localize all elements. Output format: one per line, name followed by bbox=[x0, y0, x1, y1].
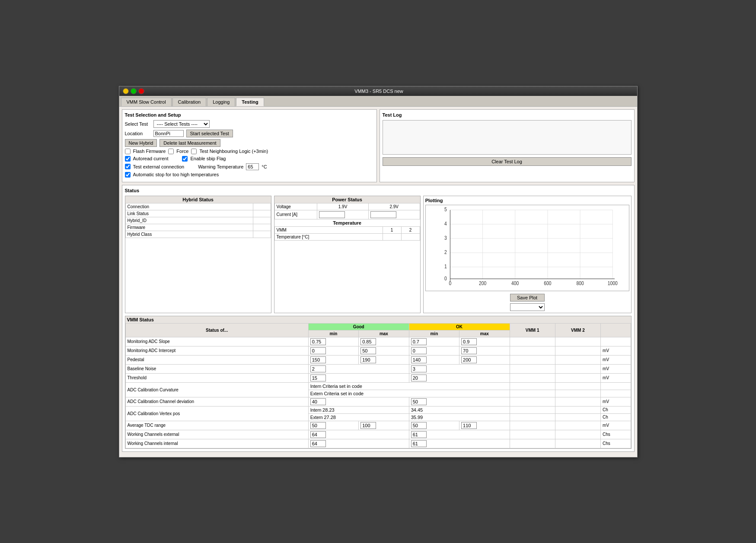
plot-area: 5 4 3 2 1 0 0 200 400 600 800 1 bbox=[425, 205, 629, 291]
test-setup-section: Test Selection and Setup Select Test ---… bbox=[122, 109, 377, 182]
test-log-textarea[interactable] bbox=[383, 120, 632, 155]
avg-tdc-label: Average TDC range bbox=[125, 421, 308, 430]
svg-text:3: 3 bbox=[444, 235, 447, 241]
adc-slope-v2min bbox=[409, 337, 459, 346]
adc-slope-v1max bbox=[359, 337, 409, 346]
vmm-1-label: 1 bbox=[383, 226, 401, 233]
automatic-stop-checkbox[interactable] bbox=[125, 172, 131, 178]
current-2v9-input[interactable] bbox=[370, 211, 396, 218]
close-button[interactable] bbox=[138, 88, 144, 94]
svg-text:800: 800 bbox=[576, 280, 584, 286]
location-label: Location bbox=[125, 131, 151, 136]
good-header: Good bbox=[308, 323, 409, 330]
svg-text:5: 5 bbox=[444, 206, 447, 212]
save-plot-button[interactable]: Save Plot bbox=[510, 294, 545, 302]
warning-temp-label: Warning Temperature bbox=[198, 164, 243, 169]
table-row: Working Channels external Chs bbox=[125, 430, 631, 439]
plot-format-dropdown[interactable] bbox=[510, 303, 545, 311]
hybrid-buttons-row: New Hybrid Delete last Measurement bbox=[125, 139, 374, 147]
link-status-value bbox=[253, 210, 271, 217]
table-row: Pedestal mV bbox=[125, 355, 631, 364]
temp-1-value bbox=[383, 233, 401, 240]
temp-unit: °C bbox=[262, 164, 267, 169]
delete-last-measurement-button[interactable]: Delete last Measurement bbox=[159, 139, 220, 147]
voltage-1v9: 1.9V bbox=[317, 203, 369, 210]
firmware-label: Firmware bbox=[125, 224, 253, 231]
location-input[interactable] bbox=[153, 130, 184, 137]
autoread-row: Autoread current Enable sbip Flag bbox=[125, 156, 374, 162]
adc-slope-v2max bbox=[459, 337, 510, 346]
vmm2-max-header: max bbox=[459, 330, 510, 337]
hybrid-class-value bbox=[253, 231, 271, 238]
table-row: ADC Calibration Channel deviation mV bbox=[125, 397, 631, 406]
clear-test-log-button[interactable]: Clear Test Log bbox=[383, 157, 632, 166]
power-status-table: Voltage 1.9V 2.9V Current [A] bbox=[274, 203, 420, 219]
vmm-status-table: Status of... Good OK VMM 1 VMM 2 min max… bbox=[125, 323, 631, 448]
tab-vmm-slow-control[interactable]: VMM Slow Control bbox=[121, 98, 172, 106]
top-row: Test Selection and Setup Select Test ---… bbox=[122, 109, 635, 185]
adc-slope-unit bbox=[601, 337, 631, 346]
table-row: Link Status bbox=[125, 210, 271, 217]
tab-calibration[interactable]: Calibration bbox=[172, 98, 207, 106]
tab-testing[interactable]: Testing bbox=[236, 98, 264, 106]
new-hybrid-button[interactable]: New Hybrid bbox=[125, 139, 157, 147]
window-title: VMM3 - SR5 DCS new bbox=[144, 89, 614, 94]
automatic-stop-row: Automatic stop for too high temperatures bbox=[125, 172, 374, 178]
table-row: Hybrid Class bbox=[125, 231, 271, 238]
table-row: VMM 1 2 bbox=[274, 226, 420, 233]
test-external-checkbox[interactable] bbox=[125, 164, 131, 169]
table-row: Threshold mV bbox=[125, 373, 631, 382]
vmm-header-row: Status of... Good OK VMM 1 VMM 2 bbox=[125, 323, 631, 330]
hybrid-status-panel: Hybrid Status Connection Link Status Hyb… bbox=[125, 196, 271, 313]
enable-sbip-label: Enable sbip Flag bbox=[190, 156, 226, 161]
adc-cal-curvature-label: ADC Calibration Curvature bbox=[125, 382, 308, 397]
svg-text:1000: 1000 bbox=[607, 280, 617, 286]
table-row: ADC Calibration Curvature Intern Criteri… bbox=[125, 382, 631, 390]
save-plot-area: Save Plot bbox=[425, 294, 629, 311]
firmware-row: Flash Firmware Force Test Neighbouring L… bbox=[125, 149, 374, 154]
enable-sbip-checkbox[interactable] bbox=[182, 156, 188, 162]
voltage-2v9: 2.9V bbox=[368, 203, 420, 210]
status-section: Status Hybrid Status Connection Link Sta… bbox=[122, 185, 635, 452]
status-title: Status bbox=[125, 188, 632, 193]
hybrid-id-label: Hybrid_ID bbox=[125, 217, 253, 224]
working-channels-ext-label: Working Channels external bbox=[125, 430, 308, 439]
maximize-button[interactable] bbox=[131, 88, 137, 94]
flash-firmware-checkbox[interactable] bbox=[125, 149, 131, 154]
tab-logging[interactable]: Logging bbox=[207, 98, 235, 106]
minimize-button[interactable] bbox=[123, 88, 129, 94]
svg-text:200: 200 bbox=[479, 280, 486, 286]
current-label: Current [A] bbox=[274, 210, 317, 219]
ok-header: OK bbox=[409, 323, 510, 330]
test-log-section: Test Log Clear Test Log bbox=[380, 109, 635, 182]
hybrid-status-title: Hybrid Status bbox=[125, 196, 271, 203]
titlebar-buttons bbox=[123, 88, 144, 94]
autoread-current-label: Autoread current bbox=[133, 156, 169, 161]
table-row: Connection bbox=[125, 203, 271, 210]
test-neighbour-checkbox[interactable] bbox=[191, 149, 197, 154]
adc-slope-vmm2 bbox=[555, 337, 600, 346]
current-1v9-input[interactable] bbox=[319, 211, 345, 218]
plotting-panel: Plotting bbox=[423, 196, 632, 313]
adc-slope-v1min bbox=[308, 337, 358, 346]
table-row: Baseline Noise mV bbox=[125, 364, 631, 373]
vmm1-header: VMM 1 bbox=[510, 323, 555, 337]
select-tests-dropdown[interactable]: ---- Select Tests ---- bbox=[153, 120, 210, 128]
svg-text:0: 0 bbox=[449, 280, 451, 286]
warning-temp-input[interactable] bbox=[246, 163, 259, 170]
working-channels-int-label: Working Channels internal bbox=[125, 439, 308, 448]
autoread-current-checkbox[interactable] bbox=[125, 156, 131, 162]
adc-slope-vmm1 bbox=[510, 337, 555, 346]
tab-bar: VMM Slow Control Calibration Logging Tes… bbox=[119, 96, 637, 107]
test-log-title: Test Log bbox=[383, 112, 632, 117]
adc-cal-channel-label: ADC Calibration Channel deviation bbox=[125, 397, 308, 406]
voltage-label: Voltage bbox=[274, 203, 317, 210]
temperature-title: Temperature bbox=[274, 219, 420, 226]
start-selected-test-button[interactable]: Start selected Test bbox=[186, 130, 233, 137]
main-content: Test Selection and Setup Select Test ---… bbox=[119, 107, 637, 457]
table-row: Voltage 1.9V 2.9V bbox=[274, 203, 420, 210]
vmm-2-label: 2 bbox=[401, 226, 420, 233]
test-neighbour-label: Test Neighbouring Logic (+3min) bbox=[199, 149, 268, 154]
force-checkbox[interactable] bbox=[168, 149, 174, 154]
test-setup-title: Test Selection and Setup bbox=[125, 112, 374, 117]
